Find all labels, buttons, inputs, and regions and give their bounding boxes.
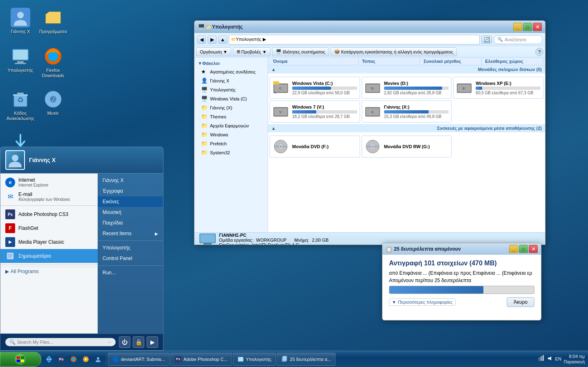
- right-menu-paixnidia[interactable]: Παιχνίδια: [98, 218, 163, 228]
- svg-point-27: [274, 92, 276, 93]
- arrow-button[interactable]: ▶: [147, 336, 158, 348]
- sidebar-item-arxeia[interactable]: 📁 Αρχεία Εφαρμογών: [195, 121, 268, 130]
- organize-button[interactable]: Οργάνωση ▼: [196, 47, 231, 56]
- menu-item-media[interactable]: ▶ Media Player Classic: [0, 235, 98, 249]
- col-name[interactable]: Όνομα: [270, 58, 359, 65]
- right-menu-computer[interactable]: Υπολογιστής: [98, 242, 163, 253]
- sidebar-item-giannhs-x[interactable]: 📁 Γιάννης (Χ): [195, 103, 268, 112]
- sidebar-item-prefetch[interactable]: 📁 Prefetch: [195, 139, 268, 148]
- maximize-button[interactable]: □: [523, 23, 532, 31]
- right-menu-run[interactable]: Run...: [98, 267, 163, 278]
- menu-item-email-content: E-mail Αλληλογραφία των Windows: [18, 191, 70, 202]
- lock-button[interactable]: 🔒: [133, 336, 144, 348]
- system-props-button[interactable]: 🖥️ Ιδιότητες συστήματος: [272, 47, 329, 56]
- drive-x-bar: [384, 110, 449, 113]
- uninstall-button[interactable]: 📦 Κατάργηση εγκατάστασης ή αλλαγή ενός π…: [331, 47, 457, 56]
- copy-title-icon: 📋: [386, 246, 392, 252]
- drive-item-c[interactable]: C: Windows Vista (C:) 22,9 GB ελεύθερα α…: [270, 77, 360, 99]
- quick-ff[interactable]: [68, 354, 79, 365]
- sidebar-item-themes[interactable]: 📁 Themes: [195, 112, 268, 121]
- sidebar-item-ypologistis[interactable]: 🖥️ Υπολογιστής: [195, 85, 268, 94]
- address-bar[interactable]: 📁 Υπολογιστής ▶: [229, 35, 480, 44]
- folders-header[interactable]: ▼ Φάκελοι: [195, 59, 268, 67]
- menu-item-notepad[interactable]: Σημειωματάριο: [0, 249, 98, 263]
- sidebar-item-windows[interactable]: 📁 Windows: [195, 130, 268, 139]
- help-button[interactable]: ?: [535, 48, 543, 56]
- quick-media[interactable]: [80, 354, 91, 365]
- sidebar-item-fav[interactable]: ★ Αγαπημένες συνδέσεις: [195, 67, 268, 76]
- drive-item-e[interactable]: E: Windows XP (E:) 60,5 GB ελεύθερα από …: [453, 77, 543, 99]
- copy-maximize[interactable]: □: [519, 245, 528, 253]
- desktop-icon-programmata[interactable]: Προγράμματα: [37, 6, 69, 36]
- col-free[interactable]: Ελεύθερος χώρος: [482, 58, 543, 65]
- menu-item-ie[interactable]: e Internet Internet Explorer: [0, 175, 98, 189]
- right-menu-control[interactable]: Control Panel: [98, 253, 163, 264]
- copy-main-label: Αντιγραφή 101 στοιχείων (470 MB): [389, 260, 534, 267]
- views-button[interactable]: ⊞ Προβολές ▼: [233, 47, 271, 56]
- search-input[interactable]: [17, 340, 107, 345]
- refresh-button[interactable]: 🔄: [481, 36, 492, 44]
- sidebar-item-system32[interactable]: 📁 System32: [195, 148, 268, 157]
- more-info-button[interactable]: ▼ Περισσότερες πληροφορίες: [389, 298, 456, 306]
- drive-c-icon: C:: [273, 80, 289, 96]
- menu-item-flashget[interactable]: F FlashGet: [0, 221, 98, 235]
- taskbar-copy[interactable]: 25 δευτερόλεπτα α...: [277, 353, 335, 366]
- start-button[interactable]: [0, 352, 41, 367]
- start-menu-body: e Internet Internet Explorer ✉ E-mail Αλ…: [0, 173, 163, 334]
- taskbar-photoshop[interactable]: Ps Adobe Photoshop C...: [170, 353, 232, 366]
- status-computer-info: ΓΙΑΝΝΗΣ-PC Ομάδα εργασίας: WORKGROUP Μνή…: [199, 233, 329, 245]
- svg-rect-70: [283, 356, 287, 361]
- menu-item-photoshop[interactable]: Ps Adobe Photoshop CS3: [0, 207, 98, 221]
- search-box[interactable]: 🔍 Αναζήτηση: [494, 35, 543, 44]
- svg-text:X:: X:: [371, 110, 374, 114]
- sidebar-item-wvista[interactable]: 🖥️ Windows Vista (C): [195, 94, 268, 103]
- right-menu-recent[interactable]: Recent Items ▶: [98, 228, 163, 239]
- right-menu-eikones[interactable]: Εικόνες: [98, 196, 163, 207]
- sidebar-item-giannhs[interactable]: 👤 Γιάννης Χ: [195, 76, 268, 85]
- drive-item-x[interactable]: X: Γιάννης (Χ:) 15,3 GB ελεύθερα από 49,…: [362, 100, 452, 122]
- dvd-g-icon: [364, 138, 381, 155]
- col-size[interactable]: Συνολικό μέγεθος: [420, 58, 482, 65]
- system-props-icon: 🖥️: [276, 49, 282, 54]
- taskbar-deviant[interactable]: deviantART: Submis...: [108, 353, 170, 366]
- svg-text:♻: ♻: [17, 96, 24, 104]
- dvd-item-f[interactable]: Μονάδα DVD (F:): [270, 136, 360, 158]
- drive-c-fill: [292, 87, 331, 90]
- quick-users[interactable]: [93, 354, 103, 365]
- right-menu-documents[interactable]: Έγγραφα: [98, 186, 163, 196]
- desktop-icon-computer[interactable]: Υπολογιστής: [4, 45, 37, 75]
- minimize-button[interactable]: _: [513, 23, 522, 31]
- main-content: Όνομα Τύπος Συνολικό μέγεθος Ελεύθερος χ…: [268, 58, 545, 232]
- taskbar-explorer[interactable]: Υπολογιστής: [233, 353, 276, 366]
- start-menu-username: Γιάννης Χ: [29, 157, 56, 163]
- quick-ps[interactable]: Ps: [56, 354, 67, 365]
- desktop-icon-music[interactable]: ♪ Music: [37, 88, 69, 118]
- dvd-item-g[interactable]: Μονάδα DVD RW (G:): [362, 136, 452, 158]
- copy-content: Αντιγραφή 101 στοιχείων (470 MB) από Επι…: [382, 255, 541, 312]
- cancel-button[interactable]: Άκυρο: [507, 297, 534, 307]
- desktop-icon-recycle[interactable]: ♻ ΚάδοςΑνακύκλωσης: [4, 88, 37, 123]
- up-button[interactable]: ▲: [218, 36, 227, 44]
- back-button[interactable]: ◀: [197, 36, 206, 44]
- search-bar[interactable]: 🔍 →: [5, 338, 116, 346]
- menu-item-email[interactable]: ✉ E-mail Αλληλογραφία των Windows: [0, 189, 98, 204]
- explorer-window: 🖥️ 📁 Υπολογιστής _ □ ✕ ◀ ▶ ▲ 📁 Υπολογιστ…: [194, 20, 546, 245]
- copy-progress-fill: [389, 286, 483, 294]
- all-programs-btn[interactable]: ▶ All Programs: [0, 267, 98, 276]
- desktop-icon-giannhs[interactable]: Γιάννης Χ: [4, 6, 37, 36]
- svg-rect-55: [21, 356, 24, 359]
- copy-close[interactable]: ✕: [529, 245, 538, 253]
- forward-button[interactable]: ▶: [208, 36, 217, 44]
- drive-item-d[interactable]: D: Movies (D:) 2,82 GB ελεύθερα από 28,8…: [362, 77, 452, 99]
- right-menu-mousiki[interactable]: Μουσική: [98, 207, 163, 218]
- power-button[interactable]: ⏻: [119, 336, 130, 348]
- drive-item-v[interactable]: V: Windows 7 (V:) 18,2 GB ελεύθερα από 2…: [270, 100, 360, 122]
- taskbar-tray: EN 8:04 πμ Παρασκευή: [535, 354, 588, 365]
- right-menu-giannhs[interactable]: Γιάννης Χ: [98, 175, 163, 186]
- quick-ie[interactable]: [44, 354, 54, 365]
- copy-minimize[interactable]: _: [509, 245, 518, 253]
- desktop-icon-firefox[interactable]: Firefox Downloads: [37, 45, 69, 80]
- col-type[interactable]: Τύπος: [359, 58, 420, 65]
- close-button[interactable]: ✕: [533, 23, 542, 31]
- explorer-addressbar-row: ◀ ▶ ▲ 📁 Υπολογιστής ▶ 🔄 🔍 Αναζήτηση: [195, 33, 545, 46]
